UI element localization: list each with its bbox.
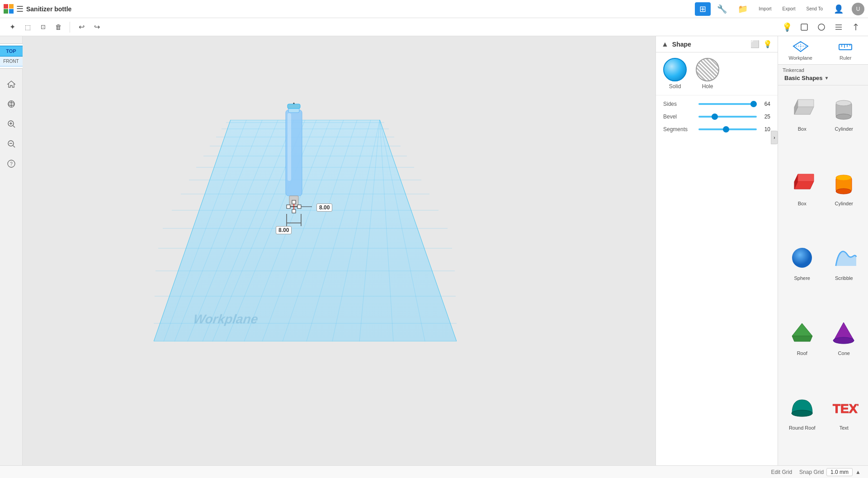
svg-marker-76	[798, 99, 814, 107]
segments-slider[interactable]	[698, 128, 757, 130]
import-label: Import	[759, 6, 771, 11]
workplane-label: Workplane	[789, 55, 812, 61]
avatar[interactable]: U	[852, 3, 864, 15]
import-button[interactable]: Import	[754, 5, 776, 13]
shapes-grid: Box Cylinder	[778, 85, 868, 465]
project-title: Sanitizer bottle	[26, 5, 71, 13]
svg-text:?: ?	[10, 161, 13, 166]
top-bar: ☰ Sanitizer bottle ⊞ 🔧 📁 Import Export S…	[0, 0, 868, 18]
add-shape-button[interactable]: ✦	[5, 20, 19, 34]
account-button[interactable]: 👤	[829, 2, 848, 16]
left-panel: TOP FRONT	[0, 36, 23, 465]
chevron-down-icon: ▼	[825, 76, 829, 80]
hamburger-button[interactable]: ☰	[16, 4, 24, 14]
light-icon: 💡	[782, 22, 792, 32]
hole-circle	[696, 58, 719, 81]
toolbar: ✦ ⬚ ⊡ 🗑 ↩ ↪ 💡	[0, 18, 868, 36]
account-icon: 👤	[834, 4, 844, 14]
zoom-out-button[interactable]	[3, 136, 19, 152]
chevron-right-icon: ›	[774, 135, 775, 140]
bevel-value: 25	[760, 114, 770, 120]
export-button[interactable]: Export	[778, 5, 800, 13]
ruler-label: Ruler	[840, 55, 851, 61]
dim-x-label: 8.00	[316, 204, 332, 212]
ruler-icon	[837, 40, 854, 53]
view-circle-button[interactable]	[815, 20, 828, 34]
shape-item-cylinder-orange[interactable]: Cylinder	[824, 164, 865, 237]
sides-slider[interactable]	[698, 103, 757, 105]
shape-item-box-red[interactable]: Box	[782, 164, 823, 237]
svg-point-84	[836, 175, 851, 180]
ungroup-button[interactable]: ⊡	[36, 20, 50, 34]
svg-point-90	[833, 337, 854, 344]
shape-item-cone-purple[interactable]: Cone	[824, 313, 865, 387]
align-button[interactable]	[832, 20, 845, 34]
snap-arrow-icon[interactable]: ▲	[855, 469, 861, 475]
solid-label: Solid	[669, 83, 681, 90]
view-cube-top: TOP	[0, 46, 24, 57]
shape-item-roof-green[interactable]: Roof	[782, 313, 823, 387]
svg-point-78	[836, 100, 851, 106]
shape-item-scribble[interactable]: Scribble	[824, 238, 865, 312]
shape-type-row: Solid Hole	[656, 52, 778, 95]
svg-marker-88	[792, 336, 812, 341]
ruler-button[interactable]: Ruler	[823, 36, 868, 64]
shapes-category-dropdown[interactable]: Basic Shapes ▼	[783, 74, 830, 82]
library-collapse-button[interactable]: ›	[771, 131, 778, 144]
panel-light-button[interactable]: 💡	[763, 40, 772, 48]
logo-t	[4, 4, 8, 9]
redo-icon: ↪	[94, 23, 100, 31]
workplane-button[interactable]: Workplane	[778, 36, 823, 64]
home-view-button[interactable]	[3, 76, 19, 92]
zoom-in-button[interactable]	[3, 116, 19, 132]
sides-row: Sides 64	[663, 101, 770, 107]
view-flat-button[interactable]	[797, 20, 811, 34]
dim-y-label: 8.00	[276, 226, 292, 234]
logo-k	[9, 9, 14, 14]
delete-button[interactable]: 🗑	[52, 20, 65, 34]
svg-rect-59	[292, 200, 296, 204]
group-button[interactable]: ⬚	[21, 20, 34, 34]
light-button[interactable]: 💡	[780, 20, 794, 34]
cylinder-orange-label: Cylinder	[835, 201, 853, 206]
view-flat-icon	[800, 23, 809, 32]
segments-label: Segments	[663, 126, 695, 133]
bevel-slider[interactable]	[698, 116, 757, 118]
view-cube-front: FRONT	[0, 57, 24, 66]
shape-item-sphere-blue[interactable]: Sphere	[782, 238, 823, 312]
shape-item-text[interactable]: TEXT Text	[824, 388, 865, 462]
segments-row: Segments 10	[663, 126, 770, 133]
flip-button[interactable]	[849, 20, 863, 34]
canvas-area[interactable]: Workplane	[23, 36, 656, 465]
hole-type-button[interactable]: Hole	[696, 58, 719, 90]
panel-collapse-button[interactable]: ▲	[661, 40, 669, 48]
snap-value[interactable]: 1.0 mm	[826, 468, 853, 476]
logo-i	[9, 4, 14, 9]
svg-rect-52	[288, 104, 300, 109]
orbit-button[interactable]	[3, 96, 19, 112]
workplane-ruler-panel: Workplane Ruler	[778, 36, 868, 65]
svg-point-86	[792, 248, 812, 268]
library-button[interactable]: 📁	[733, 2, 752, 16]
svg-point-79	[836, 114, 851, 119]
help-button[interactable]: ?	[3, 156, 19, 172]
panel-copy-button[interactable]: ⬜	[750, 40, 760, 48]
bottle-object[interactable]	[276, 102, 312, 246]
shape-item-cylinder-gray[interactable]: Cylinder	[824, 89, 865, 163]
svg-point-91	[792, 410, 812, 416]
sphere-blue-label: Sphere	[794, 275, 810, 281]
shape-item-box-gray[interactable]: Box	[782, 89, 823, 163]
flip-icon	[851, 23, 860, 32]
shape-item-round-roof[interactable]: Round Roof	[782, 388, 823, 462]
tools-button[interactable]: 🔧	[712, 2, 731, 16]
box-red-thumb	[786, 167, 818, 199]
orbit-icon	[7, 99, 16, 109]
sendto-button[interactable]: Send To	[802, 5, 827, 13]
solid-type-button[interactable]: Solid	[663, 58, 687, 90]
grid-view-button[interactable]: ⊞	[695, 2, 711, 16]
home-icon	[7, 80, 16, 89]
undo-button[interactable]: ↩	[75, 20, 88, 34]
grid-icon: ⊞	[699, 4, 706, 14]
top-bar-right: ⊞ 🔧 📁 Import Export Send To 👤 U	[695, 2, 864, 16]
redo-button[interactable]: ↪	[90, 20, 104, 34]
